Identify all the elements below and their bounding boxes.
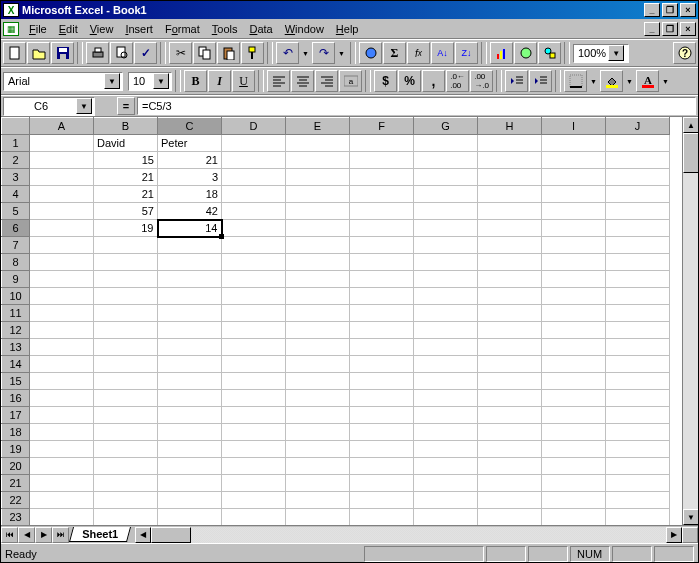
cell-H12[interactable] [478,322,542,339]
zoom-combo[interactable]: 100%▼ [573,44,629,63]
print-button[interactable] [86,42,109,64]
cell-F6[interactable] [350,220,414,237]
cell-C10[interactable] [158,288,222,305]
cell-B12[interactable] [94,322,158,339]
cell-D5[interactable] [222,203,286,220]
cell-D17[interactable] [222,407,286,424]
cell-E1[interactable] [286,135,350,152]
fill-color-button[interactable] [600,70,623,92]
col-header-D[interactable]: D [222,118,286,135]
formula-bar[interactable]: =C5/3 [137,97,696,115]
cell-B17[interactable] [94,407,158,424]
new-button[interactable] [3,42,26,64]
row-header-9[interactable]: 9 [2,271,30,288]
increase-decimal-button[interactable]: .0←.00 [446,70,469,92]
cell-A7[interactable] [30,237,94,254]
cell-A11[interactable] [30,305,94,322]
cell-A10[interactable] [30,288,94,305]
cell-E4[interactable] [286,186,350,203]
maximize-button[interactable]: ❐ [662,3,678,17]
font-combo[interactable]: Arial▼ [3,72,123,91]
cell-C6[interactable]: 14 [158,220,222,237]
cell-C17[interactable] [158,407,222,424]
redo-dropdown[interactable]: ▼ [336,50,347,57]
font-color-dropdown[interactable]: ▼ [660,78,671,85]
cell-A16[interactable] [30,390,94,407]
scroll-track[interactable] [683,173,698,509]
row-header-2[interactable]: 2 [2,152,30,169]
cell-B3[interactable]: 21 [94,169,158,186]
cell-A18[interactable] [30,424,94,441]
redo-button[interactable]: ↷ [312,42,335,64]
equals-button[interactable]: = [117,97,135,115]
cell-A3[interactable] [30,169,94,186]
col-header-F[interactable]: F [350,118,414,135]
cell-C8[interactable] [158,254,222,271]
cell-E6[interactable] [286,220,350,237]
row-header-5[interactable]: 5 [2,203,30,220]
increase-indent-button[interactable] [529,70,552,92]
cell-F15[interactable] [350,373,414,390]
spelling-button[interactable]: ✓ [134,42,157,64]
cell-A6[interactable] [30,220,94,237]
underline-button[interactable]: U [232,70,255,92]
cell-A22[interactable] [30,492,94,509]
decrease-decimal-button[interactable]: .00→.0 [470,70,493,92]
cell-I17[interactable] [542,407,606,424]
cell-B4[interactable]: 21 [94,186,158,203]
cell-E8[interactable] [286,254,350,271]
cell-C19[interactable] [158,441,222,458]
help-button[interactable]: ? [673,42,696,64]
row-header-13[interactable]: 13 [2,339,30,356]
cell-E7[interactable] [286,237,350,254]
cell-G22[interactable] [414,492,478,509]
cell-D13[interactable] [222,339,286,356]
cell-H18[interactable] [478,424,542,441]
col-header-A[interactable]: A [30,118,94,135]
cell-F1[interactable] [350,135,414,152]
col-header-G[interactable]: G [414,118,478,135]
function-button[interactable]: fx [407,42,430,64]
cell-J19[interactable] [606,441,670,458]
cell-E23[interactable] [286,509,350,526]
scroll-left-button[interactable]: ◀ [135,527,151,543]
cell-A2[interactable] [30,152,94,169]
cell-B13[interactable] [94,339,158,356]
col-header-B[interactable]: B [94,118,158,135]
cell-C12[interactable] [158,322,222,339]
cell-C4[interactable]: 18 [158,186,222,203]
scroll-thumb[interactable] [683,133,699,173]
cell-E19[interactable] [286,441,350,458]
cell-J7[interactable] [606,237,670,254]
cell-I9[interactable] [542,271,606,288]
cell-H15[interactable] [478,373,542,390]
font-color-button[interactable]: A [636,70,659,92]
cell-I5[interactable] [542,203,606,220]
merge-center-button[interactable]: a [339,70,362,92]
row-header-8[interactable]: 8 [2,254,30,271]
cell-I11[interactable] [542,305,606,322]
cell-C22[interactable] [158,492,222,509]
cell-D1[interactable] [222,135,286,152]
menu-insert[interactable]: Insert [119,21,159,37]
cell-D2[interactable] [222,152,286,169]
cell-I21[interactable] [542,475,606,492]
cell-I23[interactable] [542,509,606,526]
hscroll-thumb[interactable] [151,527,191,543]
cell-J14[interactable] [606,356,670,373]
cell-J8[interactable] [606,254,670,271]
cell-I4[interactable] [542,186,606,203]
open-button[interactable] [27,42,50,64]
cell-G6[interactable] [414,220,478,237]
cell-D3[interactable] [222,169,286,186]
cell-G21[interactable] [414,475,478,492]
row-header-10[interactable]: 10 [2,288,30,305]
cell-F17[interactable] [350,407,414,424]
cell-E20[interactable] [286,458,350,475]
decrease-indent-button[interactable] [505,70,528,92]
tab-prev-button[interactable]: ◀ [18,527,35,543]
cell-A5[interactable] [30,203,94,220]
row-header-21[interactable]: 21 [2,475,30,492]
cell-B1[interactable]: David [94,135,158,152]
cell-I2[interactable] [542,152,606,169]
